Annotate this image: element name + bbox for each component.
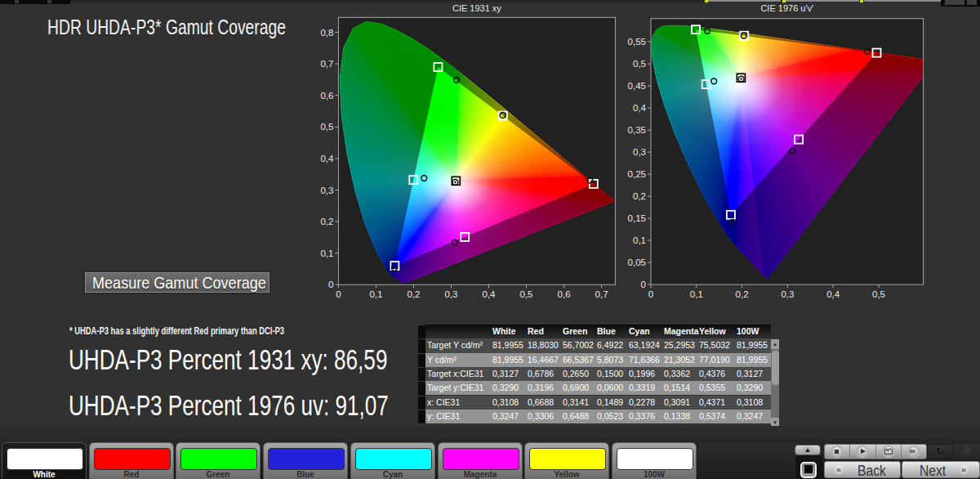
- svg-text:0: 0: [328, 280, 333, 289]
- svg-text:0,4: 0,4: [633, 103, 647, 113]
- svg-text:0,5: 0,5: [320, 122, 333, 132]
- svg-text:0,3: 0,3: [445, 289, 458, 299]
- svg-text:0,7: 0,7: [595, 289, 608, 299]
- svg-text:0,5: 0,5: [520, 289, 533, 299]
- svg-text:0,3: 0,3: [320, 186, 333, 195]
- svg-text:0,8: 0,8: [320, 28, 333, 38]
- svg-text:0,4: 0,4: [320, 154, 334, 163]
- svg-text:0,05: 0,05: [628, 257, 646, 267]
- svg-text:0,6: 0,6: [320, 91, 333, 101]
- svg-text:0,4: 0,4: [483, 289, 497, 299]
- svg-text:0,5: 0,5: [872, 289, 885, 299]
- svg-text:0,4: 0,4: [826, 289, 840, 299]
- svg-text:CIE 1976 u'v': CIE 1976 u'v': [760, 3, 813, 13]
- svg-text:0,2: 0,2: [408, 289, 421, 299]
- svg-text:0,3: 0,3: [781, 289, 794, 299]
- svg-text:0,55: 0,55: [628, 37, 646, 47]
- svg-text:0,6: 0,6: [558, 289, 571, 299]
- svg-text:0,35: 0,35: [628, 125, 646, 135]
- svg-text:0,1: 0,1: [633, 235, 646, 245]
- svg-text:0,2: 0,2: [736, 289, 749, 299]
- svg-text:0,1: 0,1: [369, 289, 382, 299]
- svg-text:0,1: 0,1: [320, 248, 333, 258]
- svg-text:0,45: 0,45: [628, 81, 646, 91]
- svg-text:0: 0: [641, 280, 646, 289]
- svg-text:0,1: 0,1: [690, 289, 703, 299]
- svg-text:0,15: 0,15: [628, 213, 646, 223]
- svg-text:0,2: 0,2: [320, 217, 333, 226]
- svg-text:0,5: 0,5: [633, 59, 646, 69]
- svg-text:0: 0: [648, 289, 653, 299]
- svg-text:CIE 1931 xy: CIE 1931 xy: [452, 3, 501, 13]
- svg-text:0,25: 0,25: [628, 169, 646, 179]
- svg-text:0,7: 0,7: [320, 59, 333, 69]
- svg-text:0: 0: [336, 289, 341, 299]
- svg-text:0,2: 0,2: [633, 191, 646, 201]
- svg-text:0,3: 0,3: [633, 147, 646, 157]
